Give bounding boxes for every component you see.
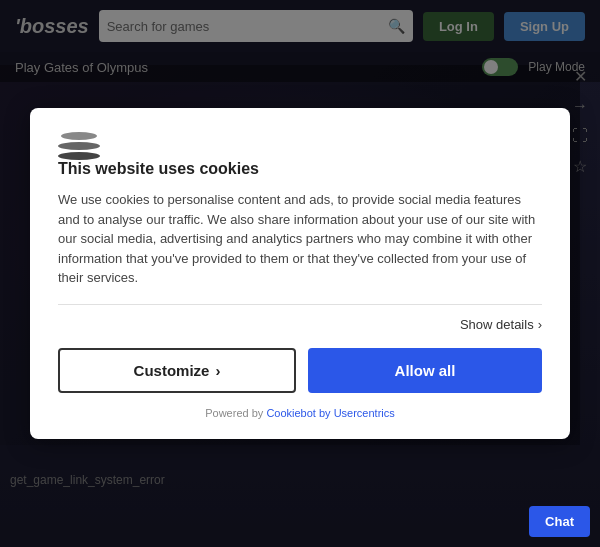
cookie-divider — [58, 304, 542, 305]
cookie-actions: Customize › Allow all — [58, 348, 542, 393]
cookie-modal: This website uses cookies We use cookies… — [30, 108, 570, 439]
logo-layer-2 — [58, 142, 100, 150]
cookiebot-logo — [58, 132, 100, 160]
modal-overlay: This website uses cookies We use cookies… — [0, 0, 600, 547]
chevron-right-icon-2: › — [215, 362, 220, 379]
logo-layer-1 — [61, 132, 97, 140]
allow-all-button[interactable]: Allow all — [308, 348, 542, 393]
customize-button[interactable]: Customize › — [58, 348, 296, 393]
cookie-modal-body: We use cookies to personalise content an… — [58, 190, 542, 288]
chat-button[interactable]: Chat — [529, 506, 590, 537]
show-details-label: Show details — [460, 317, 534, 332]
customize-label: Customize — [134, 362, 210, 379]
show-details-button[interactable]: Show details › — [460, 317, 542, 332]
logo-layer-3 — [58, 152, 100, 160]
cookiebot-link[interactable]: Cookiebot by Usercentrics — [266, 407, 394, 419]
powered-by-prefix: Powered by — [205, 407, 266, 419]
chevron-right-icon: › — [538, 317, 542, 332]
show-details-row: Show details › — [58, 317, 542, 332]
powered-by: Powered by Cookiebot by Usercentrics — [58, 407, 542, 419]
cookie-modal-title: This website uses cookies — [58, 160, 542, 178]
